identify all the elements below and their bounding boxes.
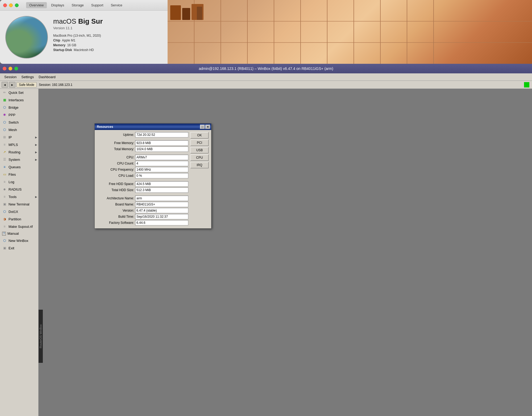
mac-avatar-image bbox=[6, 16, 47, 58]
cpu-load-value: 0 % bbox=[135, 173, 188, 178]
menu-dashboard[interactable]: Dashboard bbox=[36, 74, 58, 79]
cpu-button[interactable]: CPU bbox=[190, 154, 209, 161]
board-label: Board Name: bbox=[97, 203, 134, 206]
safe-mode-badge[interactable]: Safe Mode bbox=[16, 82, 37, 87]
system-arrow-icon: ▶ bbox=[35, 158, 37, 161]
menu-session[interactable]: Session bbox=[2, 74, 19, 79]
form-row-build-time: Build Time: Sep/16/2020 11:32:37 bbox=[97, 214, 188, 219]
cpu-load-label: CPU Load: bbox=[97, 174, 134, 178]
mac-avatar bbox=[5, 16, 48, 58]
ip-icon: ⊞ bbox=[2, 135, 7, 140]
queues-icon: ≡ bbox=[2, 165, 7, 169]
pci-button[interactable]: PCI bbox=[190, 140, 209, 146]
mac-tab-service[interactable]: Service bbox=[107, 2, 125, 8]
ok-button[interactable]: OK bbox=[190, 132, 209, 138]
tools-arrow-icon: ▶ bbox=[35, 195, 37, 198]
sidebar-label-quick-set: Quick Set bbox=[9, 91, 36, 95]
form-row-free-hdd: Free HDD Space: 424.5 MiB bbox=[97, 181, 188, 187]
svg-rect-15 bbox=[197, 7, 202, 20]
mac-tab-support[interactable]: Support bbox=[88, 2, 107, 8]
mac-spec-macbook: MacBook Pro (13-inch, M1, 2020) bbox=[53, 34, 168, 37]
sidebar-label-bridge: Bridge bbox=[9, 106, 36, 110]
mac-minimize-button[interactable] bbox=[9, 3, 13, 7]
mac-maximize-button[interactable] bbox=[15, 3, 19, 7]
sidebar-item-files[interactable]: ▭ Files bbox=[0, 171, 38, 178]
menu-settings[interactable]: Settings bbox=[19, 74, 36, 79]
sidebar-item-system[interactable]: ☰ System ▶ bbox=[0, 156, 38, 163]
sidebar-item-dot1x[interactable]: ⬡ Dot1X bbox=[0, 208, 38, 215]
svg-rect-13 bbox=[182, 8, 190, 20]
total-memory-label: Total Memory: bbox=[97, 147, 134, 151]
sidebar-item-routing[interactable]: ↗ Routing ▶ bbox=[0, 148, 38, 156]
sidebar-item-radius[interactable]: ☻ RADIUS bbox=[0, 186, 38, 193]
irq-button[interactable]: IRQ bbox=[190, 162, 209, 168]
back-button[interactable]: ◄ bbox=[2, 82, 8, 88]
mac-tab-overview[interactable]: Overview bbox=[26, 2, 47, 8]
mac-spec-disk: Startup Disk Macintosh HD bbox=[53, 48, 168, 52]
sidebar-item-bridge[interactable]: ⬡ Bridge bbox=[0, 104, 38, 111]
dialog-title-label: Resources bbox=[96, 125, 113, 129]
sidebar-label-files: Files bbox=[9, 173, 36, 177]
winbox-maximize-button[interactable] bbox=[14, 67, 18, 70]
arch-value: arm bbox=[135, 196, 188, 201]
mesh-icon: ⬡ bbox=[2, 127, 7, 132]
dialog-body: Uptime: 72d 20:32:52 Free Memory: 923.8 … bbox=[95, 130, 211, 228]
mac-tab-displays[interactable]: Displays bbox=[48, 2, 67, 8]
version-value: 6.47.4 (stable) bbox=[135, 208, 188, 213]
sidebar-item-make-supout[interactable]: ≡ Make Supout.rif bbox=[0, 223, 38, 230]
form-row-total-hdd: Total HDD Size: 512.3 MiB bbox=[97, 187, 188, 193]
sidebar-item-new-winbox[interactable]: ⬡ New WinBox bbox=[0, 237, 38, 244]
sidebar-item-exit[interactable]: ▣ Exit bbox=[0, 244, 38, 252]
mac-tab-storage[interactable]: Storage bbox=[68, 2, 87, 8]
free-memory-value: 923.8 MiB bbox=[135, 140, 188, 146]
sidebar-item-mesh[interactable]: ⬡ Mesh bbox=[0, 126, 38, 133]
sidebar-item-mpls[interactable]: ≡ MPLS ▶ bbox=[0, 141, 38, 148]
sidebar-item-tools[interactable]: ≡ Tools ▶ bbox=[0, 193, 38, 200]
radius-icon: ☻ bbox=[2, 187, 7, 192]
svg-rect-12 bbox=[170, 5, 181, 20]
usb-button[interactable]: USB bbox=[190, 147, 209, 153]
factory-software-value: 6.44.6 bbox=[135, 220, 188, 225]
dialog-close-button[interactable]: ✕ bbox=[205, 125, 210, 129]
dialog-restore-button[interactable]: □ bbox=[200, 125, 205, 129]
sidebar-label-radius: RADIUS bbox=[9, 187, 36, 191]
winbox-close-button[interactable] bbox=[3, 67, 6, 70]
sidebar-label-switch: Switch bbox=[9, 120, 36, 124]
sidebar-label-queues: Queues bbox=[9, 165, 36, 169]
sidebar: ✏ Quick Set ▦ Interfaces ⬡ Bridge ❋ PPP … bbox=[0, 89, 39, 416]
cpu-frequency-value: 1400 MHz bbox=[135, 167, 188, 172]
mac-close-button[interactable] bbox=[3, 3, 7, 7]
sidebar-item-switch[interactable]: ⬡ Switch bbox=[0, 119, 38, 126]
sidebar-item-new-terminal[interactable]: ▣ New Terminal bbox=[0, 200, 38, 208]
sidebar-item-ip[interactable]: ⊞ IP ▶ bbox=[0, 133, 38, 141]
sidebar-item-quick-set[interactable]: ✏ Quick Set bbox=[0, 89, 38, 96]
sidebar-item-queues[interactable]: ≡ Queues bbox=[0, 163, 38, 171]
form-row-version: Version: 6.47.4 (stable) bbox=[97, 208, 188, 213]
log-icon: ≡ bbox=[2, 179, 7, 184]
connection-indicator bbox=[524, 82, 529, 87]
form-row-total-memory: Total Memory: 1024.0 MiB bbox=[97, 146, 188, 152]
terminal-icon: ▣ bbox=[2, 202, 7, 207]
sidebar-label-tools: Tools bbox=[9, 195, 36, 199]
forward-button[interactable]: ► bbox=[9, 82, 15, 88]
sidebar-item-ppp[interactable]: ❋ PPP bbox=[0, 111, 38, 119]
board-value: RB4011iGS+ bbox=[135, 202, 188, 207]
tools-icon: ≡ bbox=[2, 194, 7, 199]
winbox-toolbar: ◄ ► Safe Mode Session: 192.168.123.1 bbox=[0, 81, 532, 89]
ppp-icon: ❋ bbox=[2, 112, 7, 117]
form-row-uptime: Uptime: 72d 20:32:52 bbox=[97, 132, 188, 137]
sidebar-label-routing: Routing bbox=[9, 150, 36, 154]
sidebar-item-interfaces[interactable]: ▦ Interfaces bbox=[0, 96, 38, 104]
cpu-value: ARMv7 bbox=[135, 155, 188, 160]
sidebar-item-log[interactable]: ≡ Log bbox=[0, 178, 38, 186]
sidebar-label-ip: IP bbox=[9, 135, 36, 139]
free-hdd-label: Free HDD Space: bbox=[97, 182, 134, 186]
cpu-count-label: CPU Count: bbox=[97, 162, 134, 165]
sidebar-item-partition[interactable]: ◑ Partition bbox=[0, 215, 38, 223]
sidebar-label-manual: Manual bbox=[7, 232, 36, 236]
anime-decorative-svg bbox=[168, 0, 532, 64]
winbox-minimize-button[interactable] bbox=[9, 67, 12, 70]
cpu-count-value: 4 bbox=[135, 161, 188, 166]
sidebar-item-manual[interactable]: ? Manual bbox=[0, 230, 38, 237]
routing-arrow-icon: ▶ bbox=[35, 151, 37, 154]
